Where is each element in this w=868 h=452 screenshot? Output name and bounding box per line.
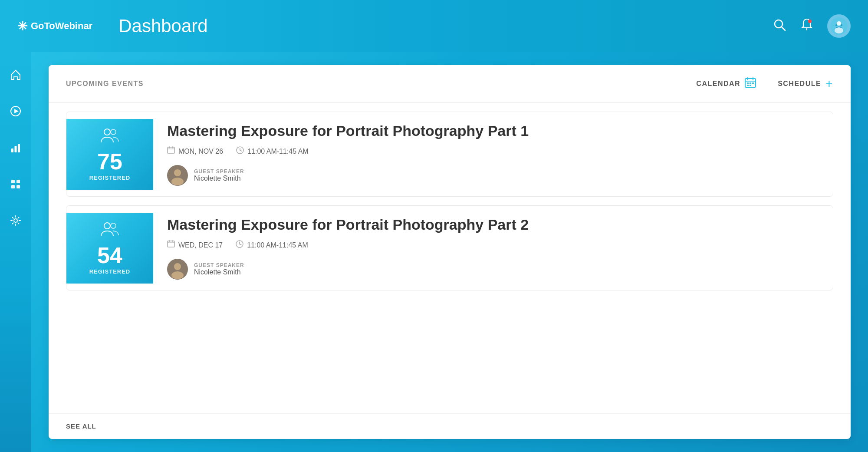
calendar-button[interactable]: CALENDAR	[696, 77, 756, 90]
svg-rect-24	[750, 82, 751, 84]
event-time-text-1: 11:00 AM-11:45 AM	[247, 148, 309, 155]
svg-point-5	[837, 21, 841, 26]
logo[interactable]: ✳ GoToWebinar	[17, 19, 92, 33]
event-date-2: WED, DEC 17	[167, 240, 223, 250]
see-all-button[interactable]: SEE ALL	[66, 422, 96, 430]
svg-point-7	[835, 24, 837, 26]
event-date-text-2: WED, DEC 17	[178, 241, 223, 249]
event-time-1: 11:00 AM-11:45 AM	[236, 146, 309, 156]
plus-icon: +	[825, 78, 833, 90]
speaker-name-1: Nicolette Smith	[194, 175, 244, 182]
svg-point-41	[111, 223, 116, 228]
svg-rect-11	[11, 148, 13, 152]
logo-icon: ✳	[17, 19, 27, 33]
page-title: Dashboard	[118, 16, 773, 36]
events-header: UPCOMING EVENTS CALENDAR	[49, 65, 851, 103]
sidebar-item-settings[interactable]	[6, 211, 25, 230]
event-info-2: Mastering Exposure for Portrait Photogra…	[153, 206, 833, 290]
events-list: 75 REGISTERED Mastering Exposure for Por…	[49, 103, 851, 413]
svg-point-38	[174, 169, 181, 176]
svg-rect-27	[750, 85, 751, 86]
sidebar-item-apps[interactable]	[6, 175, 25, 194]
event-meta-2: WED, DEC 17 11:00 AM-11:45 AM	[167, 240, 819, 250]
upcoming-events-label: UPCOMING EVENTS	[66, 80, 144, 88]
calendar-meta-icon-2	[167, 240, 175, 250]
speaker-name-2: Nicolette Smith	[194, 268, 244, 276]
registered-label-1: REGISTERED	[89, 175, 131, 181]
speaker-role-2: GUEST SPEAKER	[194, 262, 244, 268]
speaker-avatar-2	[167, 259, 188, 280]
calendar-icon	[745, 77, 756, 90]
event-thumb-2: 54 REGISTERED	[66, 213, 153, 284]
svg-rect-17	[16, 185, 20, 188]
clock-icon-1	[236, 146, 244, 156]
svg-rect-42	[168, 241, 174, 247]
registered-count-2: 54	[97, 244, 122, 267]
user-avatar[interactable]	[827, 14, 851, 38]
speaker-avatar-1	[167, 165, 188, 186]
svg-rect-30	[168, 147, 174, 153]
event-time-text-2: 11:00 AM-11:45 AM	[247, 241, 308, 249]
svg-point-39	[171, 178, 184, 185]
svg-point-51	[171, 271, 184, 279]
event-card-1[interactable]: 75 REGISTERED Mastering Exposure for Por…	[66, 112, 833, 197]
speaker-info-1: GUEST SPEAKER Nicolette Smith	[194, 168, 244, 182]
svg-marker-10	[14, 109, 19, 113]
event-date-text-1: MON, NOV 26	[178, 148, 223, 155]
svg-rect-15	[16, 180, 20, 183]
header-actions	[773, 14, 851, 38]
svg-rect-16	[11, 185, 15, 188]
svg-rect-23	[747, 82, 749, 84]
sidebar-item-webinars[interactable]	[6, 102, 25, 121]
sidebar-item-home[interactable]	[6, 65, 25, 84]
svg-line-36	[240, 150, 242, 151]
registered-label-2: REGISTERED	[89, 268, 131, 275]
event-meta-1: MON, NOV 26 11:00 AM-11:45 AM	[167, 146, 819, 156]
event-title-1: Mastering Exposure for Portrait Photogra…	[167, 122, 819, 139]
bell-icon[interactable]	[800, 18, 813, 35]
people-icon-1	[100, 128, 119, 147]
svg-point-50	[174, 263, 181, 270]
calendar-label: CALENDAR	[696, 80, 740, 88]
svg-rect-13	[18, 144, 20, 152]
app-header: ✳ GoToWebinar Dashboard	[0, 0, 868, 52]
sidebar-item-analytics[interactable]	[6, 138, 25, 157]
svg-point-29	[111, 129, 116, 135]
event-date-1: MON, NOV 26	[167, 146, 223, 156]
svg-rect-12	[15, 146, 17, 152]
speaker-info-2: GUEST SPEAKER Nicolette Smith	[194, 262, 244, 276]
event-card-2[interactable]: 54 REGISTERED Mastering Exposure for Por…	[66, 205, 833, 290]
svg-point-18	[14, 219, 17, 222]
events-panel: UPCOMING EVENTS CALENDAR	[49, 65, 851, 439]
sidebar	[0, 52, 31, 452]
svg-rect-14	[11, 180, 15, 183]
main-content: UPCOMING EVENTS CALENDAR	[31, 52, 868, 452]
schedule-button[interactable]: SCHEDULE +	[778, 78, 833, 90]
event-info-1: Mastering Exposure for Portrait Photogra…	[153, 112, 833, 196]
speaker-role-1: GUEST SPEAKER	[194, 168, 244, 175]
svg-point-6	[835, 27, 843, 33]
search-icon[interactable]	[773, 18, 786, 35]
svg-line-1	[782, 27, 785, 30]
people-icon-2	[100, 221, 119, 241]
see-all-row: SEE ALL	[49, 413, 851, 439]
calendar-meta-icon-1	[167, 146, 175, 156]
logo-text: GoToWebinar	[31, 20, 92, 32]
header-actions-row: CALENDAR	[696, 77, 833, 90]
schedule-label: SCHEDULE	[778, 80, 821, 88]
svg-point-3	[808, 20, 812, 23]
svg-line-48	[240, 244, 241, 245]
clock-icon-2	[236, 240, 243, 250]
svg-rect-25	[752, 82, 754, 84]
svg-rect-26	[747, 85, 749, 86]
registered-count-1: 75	[97, 150, 122, 173]
svg-point-40	[104, 223, 110, 229]
svg-point-8	[841, 24, 842, 26]
event-time-2: 11:00 AM-11:45 AM	[236, 240, 308, 250]
event-title-2: Mastering Exposure for Portrait Photogra…	[167, 216, 819, 233]
event-thumb-1: 75 REGISTERED	[66, 119, 153, 190]
event-speaker-2: GUEST SPEAKER Nicolette Smith	[167, 259, 819, 280]
svg-point-28	[104, 129, 110, 135]
event-speaker-1: GUEST SPEAKER Nicolette Smith	[167, 165, 819, 186]
